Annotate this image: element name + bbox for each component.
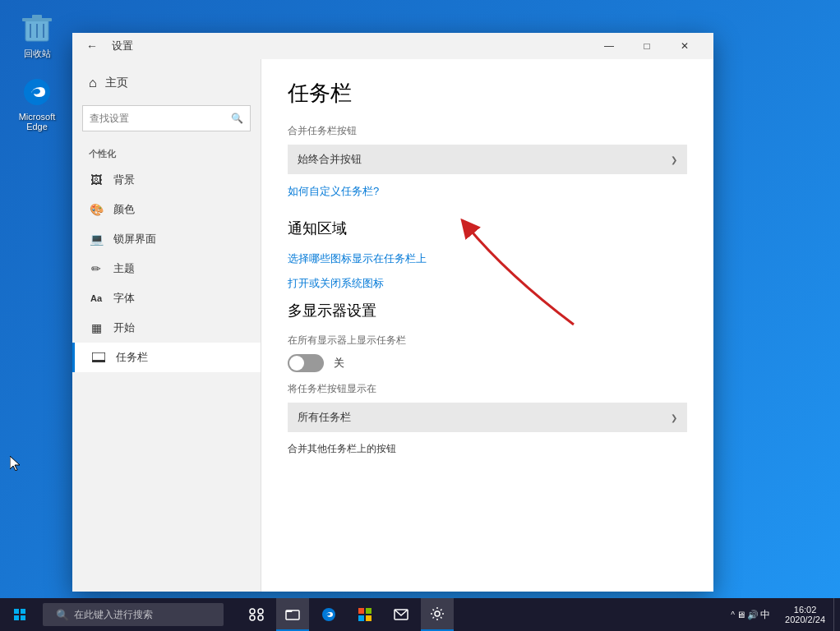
show-desktop-button[interactable]: [833, 598, 840, 631]
desktop-icon-edge[interactable]: Microsoft Edge: [8, 72, 66, 135]
start-icon: ▦: [89, 320, 104, 335]
taskbar-buttons-value: 所有任务栏: [298, 410, 351, 425]
svg-point-6: [24, 79, 50, 105]
sidebar-item-color-label: 颜色: [113, 202, 135, 217]
combine-dropdown[interactable]: 始终合并按钮 ❯: [288, 145, 687, 174]
taskbar-search[interactable]: 🔍 在此键入进行搜索: [43, 603, 224, 626]
file-explorer-button[interactable]: [276, 598, 309, 631]
windows-icon: [14, 609, 25, 620]
sidebar-item-color[interactable]: 🎨 颜色: [72, 195, 261, 224]
combine-dropdown-value: 始终合并按钮: [298, 152, 362, 167]
taskbar-mail-button[interactable]: [385, 598, 418, 631]
system-icons-link[interactable]: 打开或关闭系统图标: [288, 276, 687, 291]
taskbar-search-icon: 🔍: [56, 609, 69, 621]
sidebar-item-font-label: 字体: [113, 291, 135, 306]
start-button[interactable]: [0, 598, 39, 631]
minimize-button[interactable]: —: [590, 33, 628, 59]
tray-expand-icon[interactable]: ^: [731, 610, 735, 619]
sidebar-search-input[interactable]: [90, 113, 231, 124]
lockscreen-icon: 💻: [89, 232, 104, 246]
font-icon: Aa: [89, 291, 104, 306]
clock-time: 16:02: [794, 605, 817, 615]
sidebar-item-start-label: 开始: [113, 320, 135, 335]
taskbar: 🔍 在此键入进行搜索: [0, 598, 840, 631]
color-icon: 🎨: [89, 202, 104, 217]
sidebar-item-start[interactable]: ▦ 开始: [72, 313, 261, 343]
task-view-button[interactable]: [240, 598, 273, 631]
sidebar-item-font[interactable]: Aa 字体: [72, 283, 261, 313]
taskbar-buttons-arrow: ❯: [671, 413, 677, 422]
svg-rect-2: [32, 15, 42, 19]
clock-date: 2020/2/24: [785, 615, 825, 624]
sidebar-search-box[interactable]: 🔍: [82, 105, 251, 131]
sidebar-item-background-label: 背景: [113, 173, 135, 187]
svg-rect-17: [358, 608, 364, 614]
sidebar-section-label: 个性化: [72, 138, 261, 165]
svg-point-11: [250, 609, 255, 614]
svg-rect-20: [366, 615, 372, 621]
window-title: 设置: [112, 39, 133, 53]
taskbar-settings-button[interactable]: [421, 598, 454, 631]
window-controls: — □ ✕: [590, 33, 704, 59]
desktop-icon-recycle-bin[interactable]: 回收站: [8, 8, 66, 63]
desktop: 回收站 Microsoft Edge ← 设置 —: [0, 0, 840, 631]
notify-section-heading: 通知区域: [288, 219, 687, 238]
mouse-cursor: [10, 456, 18, 469]
show-taskbar-toggle-row: 关: [288, 354, 687, 372]
svg-point-16: [322, 608, 335, 621]
svg-marker-10: [10, 456, 20, 471]
multi-monitor-heading: 多显示器设置: [288, 301, 687, 320]
window-body: ⌂ 主页 🔍 个性化 🖼 背景 🎨 颜色 💻: [72, 59, 713, 592]
taskbar-clock[interactable]: 16:02 2020/2/24: [777, 598, 833, 631]
svg-point-12: [258, 609, 263, 614]
sidebar-item-lockscreen[interactable]: 💻 锁屏界面: [72, 224, 261, 254]
page-title: 任务栏: [288, 79, 687, 108]
show-taskbar-toggle[interactable]: [288, 354, 324, 372]
taskbar-edge-button[interactable]: [312, 598, 345, 631]
settings-sidebar: ⌂ 主页 🔍 个性化 🖼 背景 🎨 颜色 💻: [72, 59, 261, 592]
recycle-bin-icon: [21, 12, 53, 44]
taskbar-buttons-dropdown[interactable]: 所有任务栏 ❯: [288, 403, 687, 432]
taskbar-sidebar-icon: [91, 350, 106, 365]
recycle-bin-label: 回收站: [24, 48, 51, 60]
window-title-area: ← 设置: [82, 36, 133, 56]
maximize-button[interactable]: □: [628, 33, 666, 59]
toggle-knob: [289, 356, 304, 371]
customize-link[interactable]: 如何自定义任务栏?: [288, 184, 687, 199]
sidebar-item-lockscreen-label: 锁屏界面: [113, 232, 156, 246]
home-icon: ⌂: [89, 76, 97, 90]
sidebar-item-taskbar[interactable]: 任务栏: [72, 343, 261, 372]
edge-label: Microsoft Edge: [19, 112, 56, 131]
svg-point-13: [250, 615, 255, 620]
taskbar-middle-area: [240, 598, 454, 631]
close-button[interactable]: ✕: [666, 33, 704, 59]
tray-volume-icon[interactable]: 🔊: [747, 610, 759, 620]
edge-icon: [21, 76, 53, 108]
sidebar-home[interactable]: ⌂ 主页: [72, 67, 261, 99]
toggle-text: 关: [334, 356, 344, 371]
combine-dropdown-arrow: ❯: [671, 155, 677, 164]
sidebar-item-theme[interactable]: ✏ 主题: [72, 254, 261, 283]
sidebar-item-theme-label: 主题: [113, 261, 135, 276]
taskbar-search-label: 在此键入进行搜索: [74, 608, 153, 622]
taskbar-tray: ^ 🖥 🔊 中: [724, 608, 777, 622]
sidebar-home-label: 主页: [105, 76, 128, 90]
svg-rect-19: [358, 615, 364, 621]
notify-icons-link[interactable]: 选择哪些图标显示在任务栏上: [288, 251, 687, 266]
tray-taskview-icon: 🖥: [736, 610, 745, 619]
background-icon: 🖼: [89, 173, 104, 187]
taskbar-store-button[interactable]: [348, 598, 381, 631]
svg-rect-18: [366, 608, 372, 614]
svg-point-22: [435, 611, 440, 616]
svg-rect-8: [92, 360, 105, 362]
svg-point-14: [258, 615, 263, 620]
show-taskbar-label: 在所有显示器上显示任务栏: [288, 334, 687, 348]
taskbar-right-area: ^ 🖥 🔊 中 16:02 2020/2/24: [724, 598, 840, 631]
back-button[interactable]: ←: [82, 36, 102, 56]
sidebar-item-taskbar-label: 任务栏: [116, 350, 148, 365]
taskbar-buttons-label: 将任务栏按钮显示在: [288, 382, 687, 396]
tray-locale-label: 中: [760, 608, 770, 622]
theme-icon: ✏: [89, 261, 104, 276]
settings-window: ← 设置 — □ ✕ ⌂ 主页: [72, 33, 713, 592]
sidebar-item-background[interactable]: 🖼 背景: [72, 165, 261, 195]
